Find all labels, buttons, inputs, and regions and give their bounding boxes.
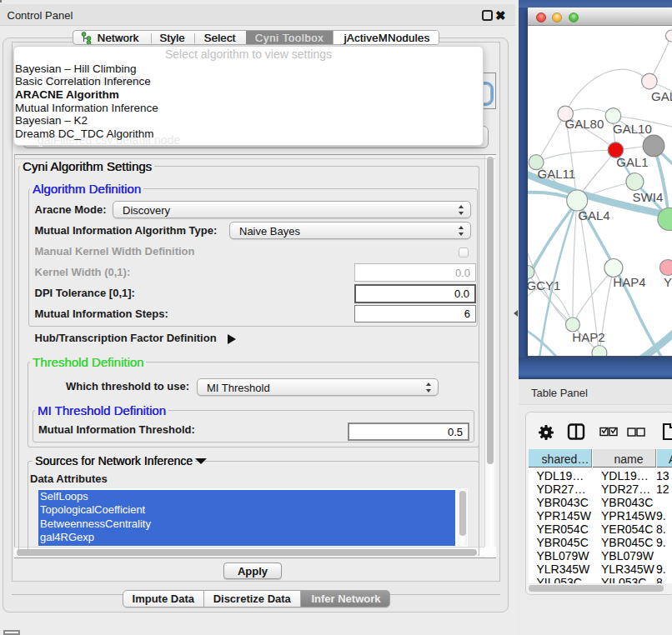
svg-text:HAP2: HAP2 xyxy=(572,330,604,344)
svg-text:GAL11: GAL11 xyxy=(538,167,576,181)
svg-text:GAL80: GAL80 xyxy=(565,117,604,131)
svg-text:GCY1: GCY1 xyxy=(528,278,560,292)
svg-text:Y: Y xyxy=(664,275,672,289)
svg-text:GAL10: GAL10 xyxy=(613,122,652,136)
svg-text:GAL4: GAL4 xyxy=(578,208,609,222)
svg-text:GAL1: GAL1 xyxy=(616,155,648,169)
svg-text:GAL: GAL xyxy=(651,89,672,103)
svg-text:HAP4: HAP4 xyxy=(613,275,645,289)
svg-text:SWI4: SWI4 xyxy=(633,190,664,204)
